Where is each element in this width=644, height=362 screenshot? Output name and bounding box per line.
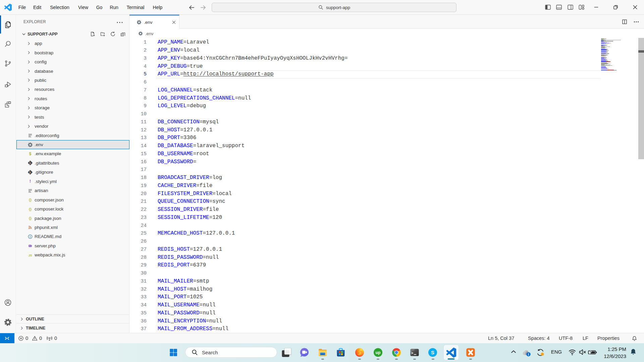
svg-text:S: S	[431, 350, 434, 355]
svg-text:$: $	[29, 152, 32, 156]
svg-text:{}: {}	[29, 217, 32, 220]
svg-text:{}: {}	[29, 198, 32, 202]
svg-text:{}: {}	[29, 207, 32, 211]
svg-text:!: !	[30, 179, 31, 184]
svg-text:up: up	[375, 350, 381, 355]
svg-text:JS: JS	[29, 254, 32, 257]
svg-text:>: >	[411, 351, 413, 355]
